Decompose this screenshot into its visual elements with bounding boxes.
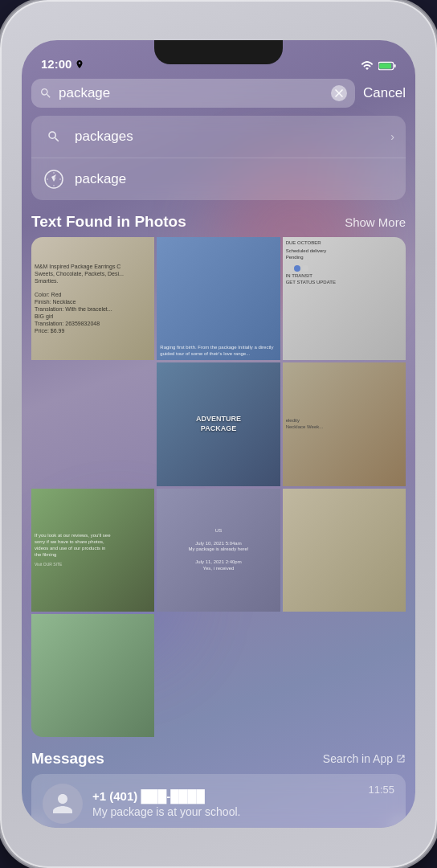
search-in-app-link[interactable]: Search in App [323, 752, 406, 765]
photos-section-title: Text Found in Photos [31, 213, 186, 231]
message-preview: My package is at your school. [92, 805, 358, 818]
message-info: +1 (401) ███-████ My package is at your … [92, 789, 358, 818]
safari-icon [44, 170, 63, 189]
wifi-icon [361, 61, 374, 71]
photo-cell-7[interactable]: USJuly 10, 2021 5:04amMy package is alre… [157, 489, 280, 612]
safari-suggestion-icon [43, 168, 65, 190]
person-icon [51, 792, 75, 816]
search-bar[interactable]: package [31, 79, 355, 108]
suggestion-packages-text: packages [75, 129, 381, 145]
message-card[interactable]: +1 (401) ███-████ My package is at your … [31, 774, 406, 828]
photo-cell-2[interactable]: Raging first birth. From the package Ini… [157, 237, 280, 360]
cancel-button[interactable]: Cancel [363, 85, 406, 101]
photo-cell-4[interactable]: ADVENTUREPACKAGE [157, 362, 280, 485]
suggestion-package-text: package [75, 171, 394, 187]
svg-rect-1 [379, 63, 391, 68]
search-suggestion-icon [43, 125, 65, 148]
photos-grid: M&M Inspired Package Earrings CSweets, C… [31, 237, 406, 737]
photo-cell-5[interactable]: eledityNecklace Week... [283, 362, 406, 485]
message-time: 11:55 [368, 784, 394, 796]
photo-cell-3[interactable]: DUE OCTOBER Scheduled deliveryPending IN… [283, 237, 406, 360]
avatar [43, 784, 83, 824]
notch [154, 40, 283, 64]
time-display: 12:00 [41, 57, 71, 71]
external-link-icon [396, 754, 406, 764]
battery-icon [378, 61, 396, 71]
message-sender: +1 (401) ███-████ [92, 789, 358, 803]
status-icons [361, 61, 396, 71]
search-in-app-label: Search in App [323, 752, 393, 765]
location-icon [75, 59, 84, 69]
phone-frame: 12:00 [0, 0, 437, 868]
photo-cell-9[interactable] [31, 614, 154, 737]
suggestions-list: packages › package [31, 116, 406, 200]
photos-section-header: Text Found in Photos Show More [31, 213, 406, 231]
search-query[interactable]: package [59, 85, 325, 101]
scroll-content[interactable]: package Cancel p [22, 76, 415, 828]
suggestion-arrow: › [390, 130, 394, 143]
svg-rect-2 [394, 64, 396, 68]
phone-screen: 12:00 [22, 40, 415, 828]
photo-cell-8[interactable] [283, 489, 406, 612]
suggestion-packages[interactable]: packages › [31, 116, 406, 158]
search-icon [39, 87, 52, 100]
photo-cell-6[interactable]: If you look at our reviews, you'll seeso… [31, 489, 154, 612]
photos-show-more[interactable]: Show More [345, 215, 406, 229]
photo-cell-1[interactable]: M&M Inspired Package Earrings CSweets, C… [31, 237, 154, 360]
suggestion-package[interactable]: package [31, 158, 406, 200]
clear-icon [335, 89, 343, 97]
messages-section-header: Messages Search in App [31, 750, 406, 768]
clear-button[interactable] [331, 85, 347, 101]
messages-section: Messages Search in App [31, 750, 406, 828]
photos-section: Text Found in Photos Show More M&M Inspi… [31, 213, 406, 737]
status-time: 12:00 [41, 57, 84, 71]
messages-section-title: Messages [31, 750, 104, 768]
search-bar-row: package Cancel [31, 76, 406, 108]
